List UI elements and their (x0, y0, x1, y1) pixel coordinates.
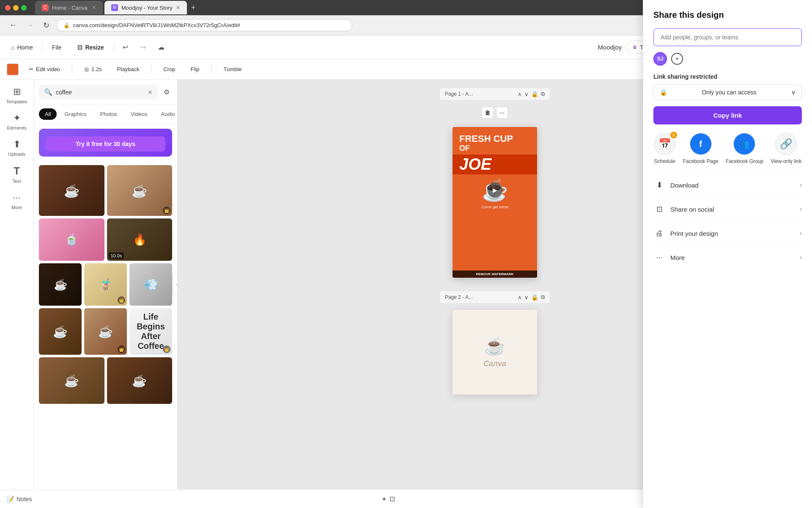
notes-button[interactable]: 📝 Notes (7, 496, 32, 502)
playback-button[interactable]: Playback (112, 64, 145, 75)
page-container: Page 1 - A... ∧ ∨ 🔒 ⧉ 🗑 ··· FRESH CUP (440, 88, 550, 395)
clear-search-button[interactable]: ✕ (148, 89, 153, 96)
link-icon: 🔗 (780, 138, 793, 150)
forward-button[interactable]: → (24, 19, 36, 31)
notes-label: Notes (16, 496, 32, 502)
list-item[interactable]: ☕ (39, 308, 82, 355)
play-overlay[interactable]: ▶ (487, 182, 502, 198)
file-button[interactable]: File (46, 41, 68, 53)
filter-tab-audio[interactable]: Audio (155, 108, 177, 120)
dot-yellow[interactable] (13, 5, 19, 11)
text-icon: T (14, 165, 20, 177)
add-page-button[interactable]: + (382, 495, 386, 503)
sidebar-item-more[interactable]: ··· More (2, 189, 32, 213)
page2-canvas[interactable]: ☕ Canva (453, 310, 537, 395)
page1-chevron-down[interactable]: ∨ (524, 91, 529, 97)
facebook-page-icon-circle: f (690, 133, 712, 155)
page1-action-row: 🗑 ··· (482, 107, 508, 119)
sidebar-item-elements[interactable]: ✦ Elements (2, 109, 32, 134)
edit-video-button[interactable]: ✂ Edit video (24, 64, 65, 75)
dot-red[interactable] (5, 5, 11, 11)
list-item[interactable]: 🔥 10.0s (107, 218, 173, 261)
duration-button[interactable]: ◎ 1.2s (79, 64, 107, 75)
back-button[interactable]: ← (7, 19, 19, 31)
share-facebook-page[interactable]: f Facebook Page (683, 133, 719, 164)
sidebar-item-uploads[interactable]: ⬆ Uploads (2, 135, 32, 160)
flip-button[interactable]: Flip (186, 64, 205, 75)
list-item[interactable]: 🍵 (39, 218, 104, 261)
page2-actions: ∧ ∨ 🔒 ⧉ (518, 294, 545, 301)
page2-lock[interactable]: 🔒 (531, 294, 538, 301)
home-button[interactable]: ⌂ Home (7, 41, 37, 53)
try-free-button[interactable]: Try it free for 30 days (46, 136, 165, 152)
copy-link-button[interactable]: Copy link (653, 106, 802, 124)
redo-button[interactable]: ↪ (137, 41, 150, 54)
cup-area: ☕ ▶ (459, 178, 530, 202)
more-icon: ··· (653, 251, 665, 263)
expand-icon: ⊡ (390, 495, 395, 503)
more-label: More (670, 254, 795, 261)
list-item[interactable]: 🧋 👑 (84, 263, 127, 306)
sidebar-item-text[interactable]: T Text (2, 162, 32, 187)
list-item[interactable]: ☕ (39, 263, 82, 306)
playback-label: Playback (117, 66, 140, 72)
more-options-button[interactable]: ··· (496, 107, 508, 119)
cloud-save-button[interactable]: ☁ (154, 41, 168, 54)
new-tab-button[interactable]: + (189, 3, 198, 12)
delete-button[interactable]: 🗑 (482, 107, 494, 119)
list-item[interactable]: ☕ 👑 (84, 308, 127, 355)
share-facebook-group[interactable]: 👥 Facebook Group (726, 133, 763, 164)
facebook-group-icon: 👥 (739, 139, 750, 149)
resize-button[interactable]: ⊡ Resize (71, 41, 110, 53)
hide-panel-button[interactable]: ‹ (172, 274, 178, 295)
color-swatch[interactable] (7, 64, 19, 75)
page1-lock[interactable]: 🔒 (531, 91, 538, 97)
page2-chevron-down[interactable]: ∨ (524, 294, 529, 301)
tab-home-close[interactable]: ✕ (92, 5, 96, 11)
tumble-button[interactable]: Tumble (219, 64, 247, 75)
print-option[interactable]: 🖨 Print your design › (653, 221, 802, 245)
cloud-icon: ☁ (158, 43, 165, 51)
list-item[interactable]: Life Begins After Coffee 👑 (129, 308, 172, 355)
dot-green[interactable] (21, 5, 27, 11)
list-item[interactable]: ☕ 👑 (107, 165, 173, 216)
page1-canvas[interactable]: FRESH CUP OF JOE ☕ ▶ Come get some REMOV… (453, 127, 537, 278)
sidebar-item-templates[interactable]: ⊞ Templates (2, 83, 32, 108)
page2-duplicate[interactable]: ⧉ (541, 294, 545, 301)
share-view-only[interactable]: 🔗 View-only link (771, 133, 801, 164)
access-dropdown[interactable]: 🔒 Only you can access ∨ (653, 84, 802, 100)
more-option[interactable]: ··· More › (653, 245, 802, 269)
list-item[interactable]: ☕ (39, 165, 104, 216)
page1-duplicate[interactable]: ⧉ (541, 91, 545, 97)
share-icons-row: 📅 1 Schedule f Facebook Page 👥 Facebook … (653, 133, 802, 164)
tumble-label: Tumble (224, 66, 242, 72)
search-input[interactable] (56, 89, 144, 96)
tab-moodjoy-close[interactable]: ✕ (176, 5, 180, 11)
share-social-icon: ⊡ (653, 203, 665, 215)
crop-button[interactable]: Crop (158, 64, 180, 75)
page1-chevron-up[interactable]: ∧ (518, 91, 522, 97)
red-stripe: JOE (453, 155, 537, 174)
page2-chevron-up[interactable]: ∧ (518, 294, 522, 301)
page2-label: Page 2 - A... (445, 294, 473, 300)
list-item[interactable]: ☕ (107, 357, 173, 404)
filter-tab-photos[interactable]: Photos (94, 108, 123, 120)
reload-button[interactable]: ↻ (41, 19, 52, 32)
filter-tab-graphics[interactable]: Graphics (58, 108, 92, 120)
address-bar[interactable]: 🔒 canva.com/design/DAFNVetRTV8/J1WoMZtkP… (56, 19, 352, 31)
tab-moodjoy-label: Moodjoy - Your Story (121, 5, 173, 11)
tab-moodjoy[interactable]: M Moodjoy - Your Story ✕ (104, 1, 187, 14)
tab-moodjoy-favicon: M (111, 4, 118, 11)
tab-home[interactable]: C Home - Canva ✕ (35, 1, 103, 14)
filter-tab-all[interactable]: All (39, 108, 57, 120)
coffee-beans-decoration: ☕ (484, 336, 505, 356)
download-option[interactable]: ⬇ Download › (653, 173, 802, 197)
list-item[interactable]: 💨 (129, 263, 172, 306)
share-social-option[interactable]: ⊡ Share on social › (653, 197, 802, 221)
share-schedule[interactable]: 📅 1 Schedule (654, 133, 676, 164)
watermark-bar[interactable]: REMOVE WATERMARK (453, 271, 537, 278)
filter-tab-videos[interactable]: Videos (125, 108, 154, 120)
filter-button[interactable]: ⚙ (161, 86, 172, 99)
list-item[interactable]: ☕ (39, 357, 104, 404)
undo-button[interactable]: ↩ (119, 41, 132, 54)
